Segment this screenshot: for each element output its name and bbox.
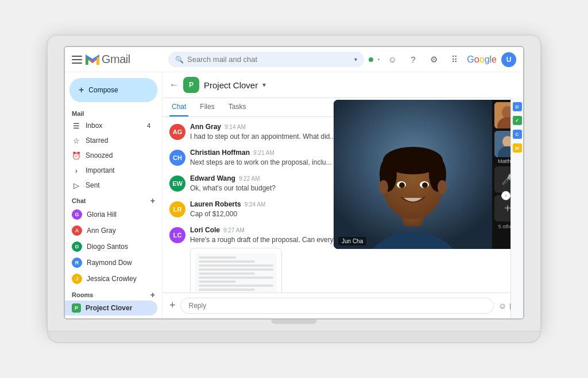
gmail-title: Gmail: [102, 53, 130, 66]
right-icon-3[interactable]: C: [513, 130, 522, 139]
raymond-label: Raymond Dow: [87, 259, 132, 267]
msg-avatar-2: CH: [169, 150, 185, 166]
laptop-base: [47, 332, 541, 343]
sidebar-item-jessica[interactable]: J Jessica Crowley: [65, 271, 157, 287]
main-content: + Compose Mail ☰ Inbox 4 ☆: [65, 72, 523, 318]
scroll-right-button[interactable]: ›: [501, 191, 510, 200]
svg-point-14: [438, 180, 447, 194]
jessica-label: Jessica Crowley: [87, 275, 137, 283]
mail-section-label: Mail: [65, 107, 162, 118]
tab-files[interactable]: Files: [198, 98, 216, 116]
sidebar-item-inbox[interactable]: ☰ Inbox 4: [65, 118, 157, 133]
svg-point-11: [399, 182, 405, 188]
right-panel: D ✓ C M: [510, 98, 523, 318]
sidebar-item-ann[interactable]: A Ann Gray: [65, 223, 157, 239]
help-button[interactable]: ?: [405, 52, 421, 68]
video-overlay: Jun Cha: [334, 100, 523, 249]
emoji-button[interactable]: ☺: [384, 52, 400, 68]
gmail-app: Gmail 🔍 ▾ • ☺ ? ⚙ ⠿: [65, 47, 523, 318]
topbar-left: Gmail: [72, 53, 164, 66]
sidebar-item-snoozed[interactable]: ⏰ Snoozed: [65, 148, 157, 163]
starred-label: Starred: [86, 137, 108, 145]
screen: Gmail 🔍 ▾ • ☺ ? ⚙ ⠿: [64, 46, 524, 319]
msg-sender-5: Lori Cole: [190, 226, 220, 234]
snoozed-label: Snoozed: [86, 151, 113, 159]
search-input[interactable]: [187, 55, 351, 64]
doc-attachment[interactable]: D Annual Planning Edited by Evan Kontard…: [190, 248, 282, 292]
topbar-right: • ☺ ? ⚙ ⠿ Google U: [369, 52, 516, 68]
msg-avatar-1: AG: [169, 124, 185, 140]
settings-button[interactable]: ⚙: [425, 52, 442, 68]
gmail-m-icon: [86, 54, 99, 65]
search-bar[interactable]: 🔍 ▾: [168, 52, 364, 67]
gloria-label: Gloria Hill: [87, 211, 117, 219]
chat-panel: ← P Project Clover ▾ Chat Files Tasks: [163, 72, 523, 318]
doc-lines: [199, 256, 273, 291]
chat-room-title: Project Clover: [204, 80, 258, 90]
inbox-icon: ☰: [72, 121, 81, 130]
msg-sender-3: Edward Wang: [190, 174, 235, 182]
search-chevron-icon[interactable]: ▾: [354, 56, 357, 63]
doc-preview: [195, 253, 277, 292]
compose-plus-icon: +: [79, 85, 84, 95]
msg-time-2: 9:21 AM: [253, 150, 274, 156]
raymond-avatar: R: [72, 258, 82, 268]
jessica-avatar: J: [72, 274, 82, 284]
sidebar-item-starred[interactable]: ☆ Starred: [65, 133, 157, 148]
sidebar-item-diogo[interactable]: D Diogo Santos: [65, 239, 157, 255]
svg-point-12: [422, 182, 428, 188]
hamburger-icon[interactable]: [72, 56, 82, 64]
doc-line-6: [199, 276, 273, 279]
grid-button[interactable]: ⠿: [446, 52, 462, 68]
sidebar-item-raymond[interactable]: R Raymond Dow: [65, 255, 157, 271]
sent-label: Sent: [86, 181, 100, 189]
right-icon-1[interactable]: D: [513, 102, 522, 111]
doc-line-7: [199, 280, 236, 283]
video-label: Jun Cha: [338, 237, 366, 245]
msg-sender-1: Ann Gray: [190, 123, 221, 131]
tab-chat[interactable]: Chat: [169, 98, 188, 116]
sidebar-item-sent[interactable]: ▷ Sent: [65, 178, 157, 193]
msg-time-5: 9:27 AM: [223, 227, 245, 233]
emoji-input-icon[interactable]: ☺: [498, 301, 506, 310]
chat-add-button[interactable]: +: [150, 196, 155, 205]
msg-sender-4: Lauren Roberts: [190, 200, 241, 208]
user-avatar[interactable]: U: [501, 52, 516, 67]
room-badge: P: [183, 77, 199, 93]
dot-separator: •: [378, 56, 380, 63]
important-label: Important: [86, 166, 115, 174]
diogo-avatar: D: [72, 241, 82, 252]
input-add-icon[interactable]: +: [169, 299, 176, 311]
right-icon-2[interactable]: ✓: [513, 116, 522, 125]
sidebar-item-important[interactable]: › Important: [65, 163, 157, 178]
laptop-notch: [271, 319, 317, 324]
compose-label: Compose: [88, 86, 118, 94]
doc-line-3: [199, 264, 273, 267]
sidebar-item-gloria[interactable]: G Gloria Hill: [65, 206, 157, 223]
svg-rect-1: [97, 57, 100, 65]
rooms-add-button[interactable]: +: [150, 290, 155, 299]
doc-line-2: [199, 260, 255, 263]
doc-line-8: [199, 285, 273, 287]
right-icon-4[interactable]: M: [513, 143, 522, 153]
starred-icon: ☆: [72, 136, 81, 145]
sidebar: + Compose Mail ☰ Inbox 4 ☆: [65, 72, 163, 318]
ann-label: Ann Gray: [87, 227, 116, 235]
topbar: Gmail 🔍 ▾ • ☺ ? ⚙ ⠿: [65, 47, 523, 72]
reply-input[interactable]: [180, 298, 494, 314]
tab-tasks[interactable]: Tasks: [226, 98, 249, 116]
sidebar-item-project-clover[interactable]: P Project Clover: [65, 301, 157, 315]
msg-avatar-3: EW: [169, 176, 185, 192]
sidebar-item-customer-success[interactable]: C Customer Success: [65, 315, 157, 318]
inbox-label: Inbox: [86, 122, 102, 130]
important-icon: ›: [72, 166, 81, 175]
room-dropdown-icon[interactable]: ▾: [262, 81, 266, 89]
google-logo: Google: [467, 54, 497, 65]
rooms-section-label: Rooms +: [65, 287, 162, 301]
back-button[interactable]: ←: [169, 80, 179, 90]
compose-button[interactable]: + Compose: [69, 78, 157, 102]
doc-line-4: [199, 268, 273, 271]
diogo-label: Diogo Santos: [87, 243, 128, 251]
doc-line-1: [199, 256, 236, 259]
laptop-wrapper: Gmail 🔍 ▾ • ☺ ? ⚙ ⠿: [47, 35, 541, 342]
